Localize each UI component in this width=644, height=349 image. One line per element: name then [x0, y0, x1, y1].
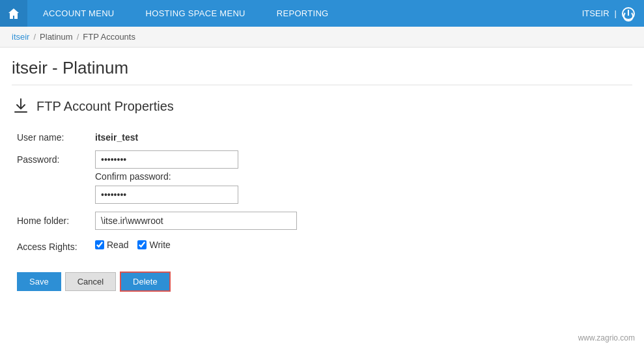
page-title: itseir - Platinum: [12, 58, 632, 85]
delete-button[interactable]: Delete: [120, 272, 171, 292]
username-value: itseir_test: [95, 128, 138, 143]
navbar-hosting-space-menu[interactable]: HOSTING SPACE MENU: [130, 0, 261, 27]
navbar: ACCOUNT MENU HOSTING SPACE MENU REPORTIN…: [0, 0, 644, 27]
username-row: User name: itseir_test: [17, 128, 632, 143]
navbar-separator: |: [615, 8, 617, 18]
breadcrumb-ftp-accounts: FTP Accounts: [83, 32, 135, 42]
confirm-password-label: Confirm password:: [95, 171, 238, 182]
footer-watermark: www.zagrio.com: [578, 333, 635, 342]
read-checkbox-item[interactable]: Read: [95, 240, 128, 250]
breadcrumb-itseir[interactable]: itseir: [12, 32, 29, 42]
home-folder-label: Home folder:: [17, 212, 95, 226]
power-button[interactable]: [622, 7, 635, 20]
read-label: Read: [107, 240, 128, 250]
password-label: Password:: [17, 150, 95, 165]
navbar-username: ITSEIR: [582, 8, 609, 18]
navbar-right: ITSEIR |: [582, 7, 644, 20]
access-rights-row: Access Rights: Read Write: [17, 238, 632, 252]
access-rights-checkboxes: Read Write: [95, 240, 171, 250]
home-icon: [7, 7, 20, 20]
navbar-reporting[interactable]: REPORTING: [261, 0, 344, 27]
button-row: Save Cancel Delete: [17, 265, 632, 298]
breadcrumb: itseir / Platinum / FTP Accounts: [0, 27, 644, 48]
home-folder-row: Home folder:: [17, 212, 632, 230]
ftp-form: User name: itseir_test Password: Confirm…: [17, 128, 632, 298]
access-rights-label: Access Rights:: [17, 238, 95, 252]
breadcrumb-sep-2: /: [77, 32, 79, 42]
ftp-icon: [12, 97, 30, 115]
cancel-button[interactable]: Cancel: [65, 272, 116, 291]
breadcrumb-sep-1: /: [33, 32, 36, 42]
password-controls: Confirm password:: [95, 150, 238, 204]
navbar-account-menu[interactable]: ACCOUNT MENU: [27, 0, 130, 27]
write-label: Write: [149, 240, 170, 250]
username-label: User name:: [17, 128, 95, 143]
password-input[interactable]: [95, 150, 238, 169]
section-title: FTP Account Properties: [36, 99, 174, 114]
navbar-menu-items: ACCOUNT MENU HOSTING SPACE MENU REPORTIN…: [27, 0, 582, 27]
write-checkbox-item[interactable]: Write: [137, 240, 170, 250]
section-header: FTP Account Properties: [12, 97, 632, 115]
home-folder-input[interactable]: [95, 212, 297, 230]
password-row: Password: Confirm password:: [17, 150, 632, 204]
page-content: itseir - Platinum FTP Account Properties…: [0, 48, 644, 298]
home-button[interactable]: [0, 0, 27, 27]
breadcrumb-platinum: Platinum: [40, 32, 73, 42]
write-checkbox[interactable]: [137, 240, 147, 249]
confirm-password-input[interactable]: [95, 186, 238, 204]
save-button[interactable]: Save: [17, 272, 61, 291]
read-checkbox[interactable]: [95, 240, 104, 249]
